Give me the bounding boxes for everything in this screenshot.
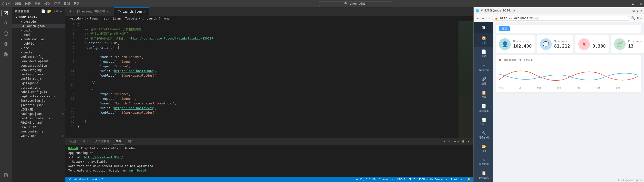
code-content[interactable]: { // 使用 IntelliSense 了解相关属性。 // 悬停以查看现有变… xyxy=(76,21,458,138)
language-mode[interactable]: JSON with Comments xyxy=(418,178,448,181)
browser-close-icon[interactable]: × xyxy=(640,9,642,12)
vue-config-file[interactable]: vue.config.js xyxy=(12,129,66,134)
tab-close-button[interactable]: × xyxy=(143,10,145,14)
local-url-link[interactable]: http://localhost:9528/ xyxy=(84,156,123,159)
tab-launch-json[interactable]: {} launch.json × xyxy=(114,7,149,16)
app-nav-nested[interactable]: 📑 嵌套菜单 xyxy=(474,102,493,115)
jsconfig-file[interactable]: jsconfig.json xyxy=(12,103,66,107)
menu-view[interactable]: 查看 xyxy=(35,2,40,6)
app-nav-tab[interactable]: 📂 Tab xyxy=(474,142,493,155)
close-icon[interactable]: × xyxy=(640,2,642,6)
browser-url-bar[interactable]: 🔒 http://localhost:9528/ xyxy=(492,16,629,20)
new-file-icon[interactable]: 📄 xyxy=(41,9,46,13)
terminal-tab-terminal[interactable]: 终端 xyxy=(113,138,124,144)
menu-help[interactable]: 帮助 xyxy=(74,2,80,6)
menu-edit[interactable]: 编辑 xyxy=(15,2,21,6)
activity-explorer[interactable] xyxy=(1,8,11,18)
browser-settings-icon[interactable]: ⚙ xyxy=(637,9,638,12)
activity-debug[interactable] xyxy=(1,39,11,49)
refresh-icon[interactable]: ↺ xyxy=(53,9,55,13)
example-icon: 🔧 xyxy=(482,130,486,135)
jest-config-file[interactable]: jest.config.js xyxy=(12,98,66,103)
formatter[interactable]: Prettier xyxy=(451,178,464,181)
browser-forward-button[interactable]: → xyxy=(481,16,485,20)
trash-icon[interactable]: 🗑 xyxy=(462,140,464,143)
vscode-folder[interactable]: ▾ .vscode xyxy=(12,20,66,24)
deploy-test-file[interactable]: deploy-test-server.sh xyxy=(12,94,66,98)
env-staging-file[interactable]: .env.staging xyxy=(12,68,66,72)
terminal-tab-problems[interactable]: 问题 xyxy=(68,138,79,144)
yarn-lock-file[interactable]: yarn.lock U xyxy=(12,134,66,138)
eslintrc-file[interactable]: .eslintrc.js xyxy=(12,76,66,81)
menu-run[interactable]: 运行 xyxy=(54,2,60,6)
menu-select[interactable]: 选择 xyxy=(25,2,31,6)
menu-goto[interactable]: 转到 xyxy=(44,2,50,6)
new-folder-icon[interactable]: 📁 xyxy=(47,9,51,13)
app-nav-errorlog[interactable]: 📋 错误日志 xyxy=(474,168,493,182)
app-nav-form[interactable]: 📋 表单 xyxy=(474,88,493,102)
app-nav-errorpage[interactable]: ⚠ 错误页面 xyxy=(474,155,493,168)
readme-zh-file[interactable]: README-zh.md xyxy=(12,120,66,125)
browser-expand-icon[interactable]: ⧉ xyxy=(632,9,635,12)
warnings-count[interactable]: ⚠ 0 xyxy=(99,178,104,181)
browser-back-button[interactable]: ← xyxy=(476,16,480,20)
mock-folder[interactable]: ▸ mock xyxy=(12,33,66,37)
zoom-in-icon[interactable]: 🔍 xyxy=(631,16,635,20)
env-development-file[interactable]: .env.development xyxy=(12,59,66,64)
bell-icon[interactable]: 🔔 xyxy=(467,178,471,181)
package-json-file[interactable]: package.json M xyxy=(12,112,66,116)
node-modules-folder[interactable]: ▸ node_modules xyxy=(12,37,66,42)
tab-readme-preview[interactable]: 👁 ⎋ [Preview] README.md xyxy=(66,7,114,16)
activity-search[interactable] xyxy=(1,18,11,28)
code-editor[interactable]: 12345 678910 1112131415 1617181920 21222… xyxy=(66,21,473,138)
command-palette[interactable]: 🔍 shop_admin xyxy=(319,1,392,6)
app-nav-example[interactable]: 🔧 综合实例 xyxy=(474,128,493,142)
nav-errorlog-label: 错误日志 xyxy=(479,176,489,180)
git-branch[interactable]: ⎇ build mock xyxy=(68,178,89,181)
eslintignore-file[interactable]: .eslintignore xyxy=(12,72,66,76)
yarn-build-link[interactable]: yarn build xyxy=(128,169,146,172)
activity-account[interactable] xyxy=(1,170,11,180)
launch-json-file[interactable]: launch.json xyxy=(12,24,66,28)
app-nav-article[interactable]: 📄 文章 xyxy=(474,47,493,60)
remote-icon[interactable]: ⊞ xyxy=(632,2,634,6)
readme-file[interactable]: README.md xyxy=(12,125,66,129)
collapse-icon[interactable]: ⊟ xyxy=(56,9,58,13)
tests-folder[interactable]: ▸ tests xyxy=(12,50,66,55)
shop-admin-root[interactable]: ▾ SHOP_ADMIN xyxy=(12,15,66,20)
activity-extensions[interactable] xyxy=(1,49,11,59)
add-terminal-button[interactable]: + xyxy=(444,140,445,143)
menu-terminal[interactable]: 终端 xyxy=(64,2,70,6)
more-browser-icon[interactable]: ⋯ xyxy=(640,16,642,20)
editorconfig-file[interactable]: .editorconfig xyxy=(12,55,66,59)
gitignore-file[interactable]: .gitignore xyxy=(12,81,66,86)
terminal-tab-ports[interactable]: 端口 xyxy=(125,138,137,144)
activity-git[interactable] xyxy=(1,29,11,38)
app-nav-table[interactable]: 📊 Table xyxy=(474,115,493,128)
src-folder[interactable]: ▸ src xyxy=(12,46,66,50)
terminal-tab-output[interactable]: 输出 xyxy=(80,138,91,144)
babel-config-file[interactable]: babel.config.js xyxy=(12,90,66,94)
travis-file[interactable]: .travis.yml xyxy=(12,86,66,90)
dashboard-button[interactable]: 首页 xyxy=(499,26,510,31)
messages-info: Messages 81,212 xyxy=(554,40,570,48)
postcss-config-file[interactable]: postcss.config.js xyxy=(12,116,66,120)
public-folder[interactable]: ▸ public xyxy=(12,42,66,46)
menu-file[interactable]: 文件 xyxy=(5,2,11,6)
home-icon: 🏠 xyxy=(482,36,486,40)
app-nav-home[interactable]: 🏠 首页 xyxy=(474,33,493,47)
browser-refresh-button[interactable]: ↻ xyxy=(486,16,490,20)
more-icon[interactable]: ⋯ xyxy=(60,9,62,13)
close-panel-icon[interactable]: × xyxy=(468,140,469,143)
env-production-file[interactable]: .env.production xyxy=(12,64,66,68)
minimize-icon[interactable]: − xyxy=(636,2,638,6)
license-file[interactable]: LICENSE xyxy=(12,107,66,112)
split-terminal-icon[interactable]: ⊡ xyxy=(448,140,450,143)
app-nav-error[interactable]: 🔗 组件 xyxy=(474,74,493,88)
build-folder[interactable]: ▸ build xyxy=(12,28,66,33)
errors-count[interactable]: ⊗ 0 xyxy=(92,178,97,181)
app-nav-publish[interactable]: ✏ 发布测试 xyxy=(474,60,493,74)
terminal-tab-debug[interactable]: 调试控制台 xyxy=(92,138,112,144)
browser-tab-close[interactable]: × xyxy=(513,9,515,12)
zoom-out-icon[interactable]: ⊞ xyxy=(636,16,638,20)
